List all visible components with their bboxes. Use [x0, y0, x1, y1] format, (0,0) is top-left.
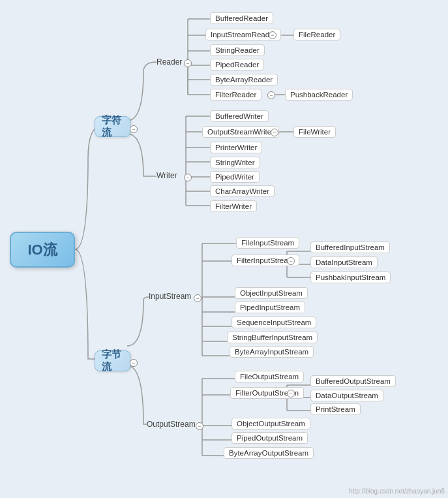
leaf-outputstreamwriter: OutputStreamWriter	[202, 126, 279, 138]
leaf-bufferedinputstream: BufferedInputStream	[310, 241, 390, 253]
leaf-pipedreader: PipedReader	[210, 59, 264, 70]
leaf-bufferedoutputstream: BufferedOutputStream	[310, 375, 396, 387]
byte-label: 字节流	[102, 349, 123, 373]
leaf-pipedoutputstream: PipedOutputStream	[231, 432, 308, 444]
leaf-dataoutputstream: DataOutputStream	[310, 390, 383, 401]
filteroutputstream-collapse[interactable]: −	[287, 390, 295, 397]
leaf-bytearrayinputstream: ByteArrayInputStream	[230, 346, 314, 358]
cat-node-char: 字符流	[95, 116, 130, 137]
leaf-bytearrayoutputstream: ByteArrayOutputStream	[224, 447, 314, 459]
leaf-chararraywriter: CharArrayWriter	[210, 185, 275, 197]
char-collapse-icon[interactable]: −	[130, 125, 138, 133]
leaf-bufferedwriter: BufferedWriter	[210, 110, 269, 122]
leaf-printstream: PrintStream	[310, 403, 361, 415]
leaf-fileinputstream: FileInputStream	[236, 237, 299, 249]
inputstream-collapse-icon[interactable]: −	[194, 294, 202, 302]
writer-collapse-icon[interactable]: −	[184, 174, 192, 181]
leaf-filterreader: FilterReader	[210, 89, 261, 101]
root-node: IO流	[10, 232, 75, 268]
leaf-sequenceinputstream: SequenceInputStream	[231, 317, 316, 328]
leaf-stringreader: StringReader	[210, 44, 265, 56]
leaf-filterwriter: FilterWriter	[210, 200, 257, 212]
filterreader-collapse[interactable]: −	[267, 91, 275, 99]
byte-collapse-icon[interactable]: −	[130, 359, 138, 367]
root-label: IO流	[27, 240, 57, 260]
watermark: http://blog.csdn.net/zhaoyan.jun6	[349, 488, 445, 495]
inputstream-node: InputStream	[149, 292, 191, 301]
leaf-printerwriter: PrinterWriter	[210, 142, 262, 153]
reader-collapse-icon[interactable]: −	[184, 59, 192, 67]
outputstream-collapse-icon[interactable]: −	[196, 422, 203, 430]
leaf-pushbackreader: PushbackReader	[285, 89, 353, 101]
reader-node: Reader	[157, 57, 182, 67]
leaf-datainputstream: DataInputStream	[310, 257, 378, 268]
leaf-fileoutputstream: FileOutputStream	[235, 371, 304, 382]
leaf-filereader: FileReader	[293, 29, 340, 40]
leaf-stringwriter: StringWriter	[210, 157, 260, 168]
leaf-objectinputstream: ObjectInputStream	[235, 287, 308, 299]
leaf-bufferedreader: BufferedReader	[210, 12, 273, 24]
leaf-pipedwriter: PipedWriter	[210, 171, 260, 183]
mind-map: IO流 字符流 − 字节流 − Reader − Writer − InputS…	[0, 0, 448, 498]
outputstreamwriter-collapse[interactable]: −	[271, 129, 278, 136]
writer-node: Writer	[157, 171, 177, 180]
cat-node-byte: 字节流	[95, 350, 130, 371]
outputstream-node: OutputStream	[147, 420, 196, 429]
leaf-pushbakinputstream: PushbakInputStream	[310, 272, 391, 283]
char-label: 字符流	[102, 114, 123, 139]
inputstreamreader-collapse[interactable]: −	[269, 31, 276, 39]
leaf-stringbufferinputstream: StringBufferInputStream	[227, 332, 318, 343]
leaf-bytearrayreader: ByteArrayReader	[210, 74, 278, 86]
leaf-pipedinputstream: PipedInputStream	[235, 302, 305, 313]
filterinputstream-collapse[interactable]: −	[287, 257, 295, 265]
leaf-objectoutputstream: ObjectOutputStream	[231, 418, 310, 429]
leaf-filewriter: FileWriter	[293, 126, 336, 138]
